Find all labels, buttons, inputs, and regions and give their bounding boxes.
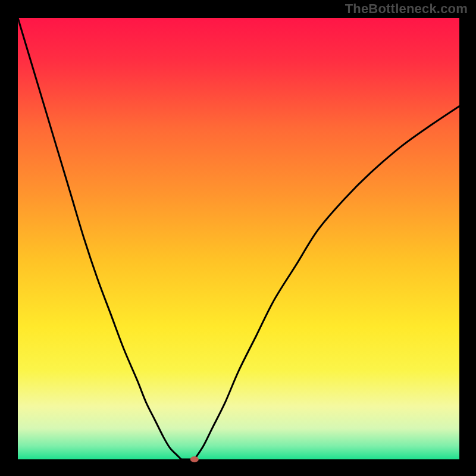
minimum-marker: [190, 456, 199, 462]
chart-frame: { "watermark": "TheBottleneck.com", "col…: [0, 0, 476, 476]
bottleneck-chart: [0, 0, 476, 476]
